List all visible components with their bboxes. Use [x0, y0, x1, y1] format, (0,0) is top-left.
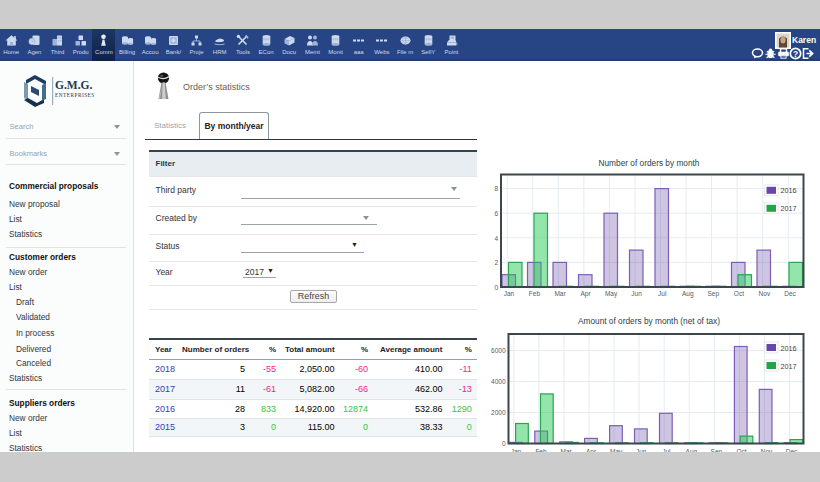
- svg-text:Aug: Aug: [682, 290, 694, 298]
- svg-text:4000: 4000: [491, 378, 506, 385]
- svg-text:Jun: Jun: [631, 290, 642, 297]
- svg-text:May: May: [605, 290, 618, 298]
- svg-text:4: 4: [494, 235, 498, 242]
- svg-text:Jan: Jan: [504, 290, 515, 297]
- svg-text:2017: 2017: [781, 362, 797, 371]
- svg-text:2000: 2000: [491, 409, 506, 416]
- svg-text:Oct: Oct: [734, 290, 744, 297]
- svg-text:Mar: Mar: [554, 290, 566, 297]
- svg-text:8: 8: [494, 185, 498, 192]
- svg-text:0: 0: [502, 440, 506, 447]
- svg-text:Number of orders by month: Number of orders by month: [599, 158, 700, 168]
- svg-text:6: 6: [494, 210, 498, 217]
- svg-text:2016: 2016: [781, 344, 797, 353]
- svg-text:Feb: Feb: [529, 290, 541, 297]
- svg-text:Amount of orders by month (net: Amount of orders by month (net of tax): [578, 316, 720, 326]
- svg-text:0: 0: [494, 284, 498, 291]
- svg-text:2: 2: [494, 259, 498, 266]
- svg-text:Nov: Nov: [759, 290, 771, 297]
- svg-text:Dec: Dec: [784, 290, 796, 297]
- svg-text:Sep: Sep: [708, 290, 720, 298]
- svg-text:2017: 2017: [781, 204, 797, 213]
- svg-text:6000: 6000: [491, 347, 506, 354]
- svg-text:Jul: Jul: [658, 290, 667, 297]
- svg-text:2016: 2016: [781, 186, 797, 195]
- svg-text:Apr: Apr: [580, 290, 591, 298]
